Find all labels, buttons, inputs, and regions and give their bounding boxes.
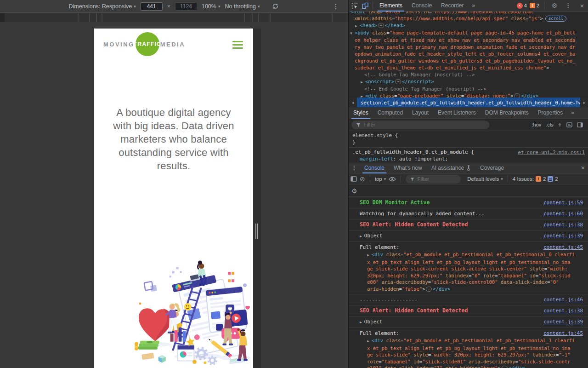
tab-elements[interactable]: Elements [375,0,407,12]
expand-arrow-icon[interactable]: ▶ [361,79,365,86]
console-object-preview[interactable]: Object [364,319,383,325]
source-location-link[interactable]: content.js:39 [543,318,583,325]
tab-whats-new[interactable]: What's new [389,162,427,173]
issues-counter[interactable]: 4 Issues: ! 2 2 [513,176,558,182]
clear-console-icon[interactable]: ⊘ [360,175,365,183]
new-style-rule-icon[interactable]: + [558,121,562,128]
issues-count-badge[interactable]: ! 2 [530,3,539,8]
console-sidebar-icon[interactable] [351,176,357,182]
kebab-menu-icon[interactable]: ⋮ [563,0,574,11]
console-element-preview[interactable]: ▶<div class="et_pb_module et_pb_testimon… [360,337,548,368]
chevron-down-icon: ▾ [134,4,136,9]
hero-illustration [132,259,253,365]
tab-drawer-console[interactable]: Console [360,162,389,173]
expand-arrow-icon[interactable]: ▶ [367,253,369,257]
height-input[interactable] [175,2,197,11]
resize-handle[interactable] [255,224,256,239]
throttling-select[interactable]: No throttling ▾ [225,3,260,10]
styles-filter[interactable] [351,121,489,129]
style-rule-element[interactable]: element.style { } [349,131,588,148]
tab-console[interactable]: Console [407,0,436,12]
source-location-link[interactable]: content.js:60 [543,210,583,217]
elements-tree: <html lang="en-US" xmlns:fb="https://www… [349,12,588,98]
tab-recorder[interactable]: Recorder [436,0,468,12]
tab-ai-assistance[interactable]: AI assistance [427,162,475,173]
dom-tree-line[interactable]: ▶<noscript>⋯</noscript> [349,78,588,86]
expand-arrow-icon[interactable]: ▶ [361,93,365,98]
style-rule-fullwidth-header[interactable]: et-core-uni…2.min.css:1 .et_pb_fullwidth… [349,148,588,162]
source-location-link[interactable]: content.js:45 [543,330,583,337]
source-location-link[interactable]: content.js:38 [543,307,583,314]
console-filter-input[interactable] [418,176,457,182]
console-row: Full element:▶<div class="et_pb_module e… [349,328,588,368]
console-message-text: Full element: [360,330,399,336]
kebab-menu-icon[interactable]: ⋮ [349,162,360,173]
dom-tree-line[interactable]: xmlns:addthis="https://www.addthis.com/h… [349,15,588,22]
breadcrumb-selected-node[interactable]: section.et_pb_module.et_pb_fullwidth_hea… [357,98,580,107]
more-tabs-icon[interactable]: » [567,109,577,116]
ruler-notch [0,13,5,22]
zoom-select[interactable]: 100% ▾ [202,3,220,10]
tab-styles[interactable]: Styles [349,107,373,119]
eye-icon[interactable] [389,177,396,182]
dom-tree-line[interactable]: on_helper_class et_fixed_nav et_show_nav… [349,37,588,44]
breadcrumb-left-icon[interactable]: ◂ [349,98,357,107]
toggle-hover-state[interactable]: :hov [532,122,542,127]
breadcrumb-right-icon[interactable]: ▸ [580,98,588,107]
console-message-text: Watching for dynamically added content..… [360,211,485,217]
toggle-device-toolbar-icon[interactable] [360,0,371,11]
expand-arrow-icon[interactable]: ▼ [350,30,355,37]
resize-handle[interactable] [257,224,258,239]
log-levels-select[interactable]: Default levels▾ [467,176,503,182]
hamburger-menu-icon[interactable] [232,41,243,49]
dom-tree-line[interactable]: sidebar et_divi_theme et-db et_minified_… [349,64,588,71]
tab-properties[interactable]: Properties [533,107,568,119]
rendering-emulation-icon[interactable] [566,122,572,128]
dom-tree-line[interactable]: <!-- End Google Tag Manager (noscript) -… [349,86,588,92]
console-filter[interactable] [406,175,461,184]
hero-headline: A boutique digital agency with big ideas… [94,106,253,172]
source-location-link[interactable]: content.js:39 [543,232,583,239]
dom-tree-line[interactable]: <html lang="en-US" xmlns:fb="https://www… [349,12,588,15]
source-location-link[interactable]: content.js:59 [543,199,583,206]
rotate-icon[interactable] [271,2,279,10]
dom-tree-line[interactable]: ckground et_pb_gutter windows et_pb_gutt… [349,58,588,64]
tab-dom-breakpoints[interactable]: DOM Breakpoints [481,107,533,119]
tab-event-listeners[interactable]: Event Listeners [433,107,481,119]
expand-arrow-icon[interactable]: ▶ [360,234,362,238]
more-tabs-icon[interactable]: » [468,2,478,9]
execution-context-select[interactable]: top▾ [375,176,386,182]
source-location-link[interactable]: content.js:45 [543,244,583,251]
stylesheet-link[interactable]: et-core-uni…2.min.css:1 [518,149,585,156]
console-element-preview[interactable]: ▶<div class="et_pb_module et_pb_testimon… [360,251,548,292]
dimensions-select[interactable]: Dimensions: Responsive ▾ [69,3,136,10]
console-object-preview[interactable]: Object [364,233,383,239]
viewport-resize-gutter[interactable] [253,29,261,368]
dom-tree-line[interactable]: opdown_animation_fade et_header_style_le… [349,51,588,58]
toggle-classes[interactable]: .cls [546,122,554,127]
close-drawer-icon[interactable]: × [577,162,588,173]
close-icon[interactable]: × [577,0,588,11]
dom-tree-line[interactable]: ▶<div class="page-preloader" style="disp… [349,92,588,98]
dom-tree-line[interactable]: <!-- Google Tag Manager (noscript) --> [349,71,588,78]
dom-tree-line[interactable]: ▼<body class="home page-template-default… [349,29,588,37]
expand-arrow-icon[interactable]: ▶ [355,23,360,29]
tab-layout[interactable]: Layout [407,107,433,119]
dom-tree-line[interactable]: ▶<head>⋯</head> [349,22,588,29]
settings-gear-icon[interactable]: ⚙ [549,0,560,11]
expand-arrow-icon[interactable]: ▶ [367,339,369,343]
styles-filter-input[interactable] [363,122,485,127]
error-count-badge[interactable]: × 4 [517,3,527,9]
tab-coverage[interactable]: Coverage [475,162,509,173]
source-location-link[interactable]: content.js:38 [543,221,583,228]
width-input[interactable] [141,2,163,11]
source-location-link[interactable]: content.js:46 [543,296,583,303]
site-logo[interactable]: MOVING TRAFFIC MEDIA [103,32,185,56]
kebab-menu-icon[interactable]: ⋮ [333,3,339,10]
panel-right-icon[interactable] [577,122,583,128]
console-settings-gear-icon[interactable]: ⚙ [351,187,357,195]
expand-arrow-icon[interactable]: ▶ [360,320,362,324]
inspect-element-icon[interactable] [349,0,360,11]
tab-computed[interactable]: Computed [373,107,407,119]
dom-tree-line[interactable]: ry_nav_two_panels et_primary_nav_dropdow… [349,44,588,51]
